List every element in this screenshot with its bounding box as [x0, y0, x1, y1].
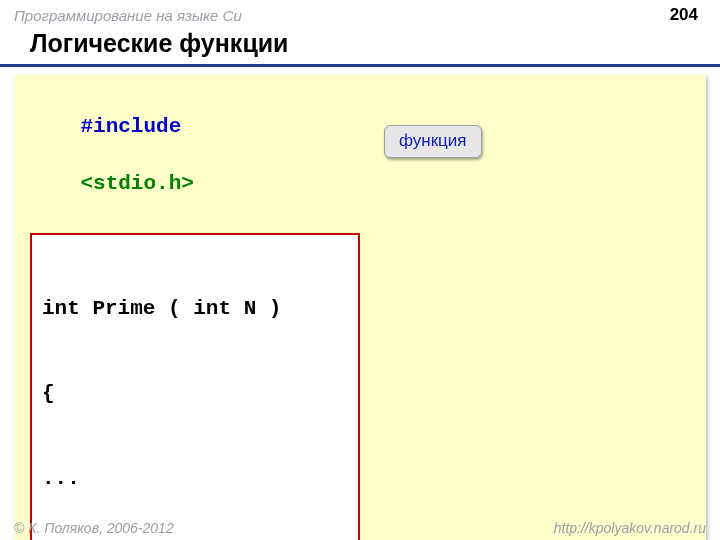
code-block: #include <stdio.h> int Prime ( int N ) {… — [14, 75, 706, 540]
page-title: Логические функции — [0, 26, 720, 64]
func-line-1: int Prime ( int N ) — [42, 295, 348, 323]
footer-url: http://kpolyakov.narod.ru — [554, 520, 706, 536]
function-definition-box: int Prime ( int N ) { ... } — [30, 233, 360, 540]
func-line-3: ... — [42, 465, 348, 493]
include-header: <stdio.h> — [80, 172, 193, 195]
copyright: © К. Поляков, 2006-2012 — [14, 520, 174, 536]
course-name: Программирование на языке Си — [14, 7, 242, 24]
page-number: 204 — [662, 4, 706, 26]
title-underline — [0, 64, 720, 67]
include-keyword: #include — [80, 115, 181, 138]
func-line-2: { — [42, 380, 348, 408]
header: Программирование на языке Си 204 — [0, 0, 720, 26]
function-label: функция — [384, 125, 482, 158]
footer: © К. Поляков, 2006-2012 http://kpolyakov… — [0, 520, 720, 536]
